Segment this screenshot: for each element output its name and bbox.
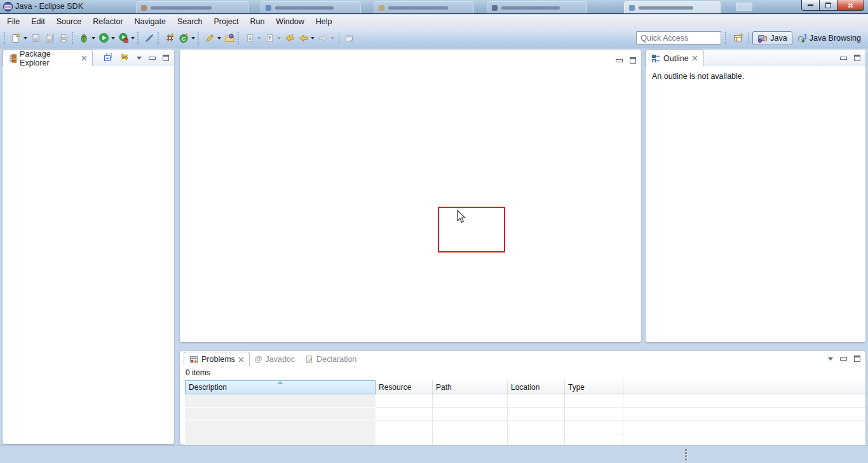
tab-javadoc-label: Javadoc	[266, 355, 295, 364]
class-letter: C	[181, 36, 186, 42]
column-header-resource[interactable]: Resource	[376, 380, 433, 394]
tab-declaration[interactable]: Declaration	[300, 352, 362, 366]
problems-table: Description Resource Path Location Type	[185, 380, 865, 448]
package-explorer-content[interactable]	[3, 66, 174, 444]
toolbar-drag-handle[interactable]	[4, 32, 6, 45]
menu-item-window[interactable]: Window	[270, 16, 309, 27]
minimize-editor-button[interactable]	[616, 59, 623, 62]
restore-icon	[825, 3, 831, 8]
package-explorer-tab[interactable]: Package Explorer	[3, 50, 93, 66]
maximize-view-button[interactable]	[854, 55, 860, 61]
close-view-icon[interactable]	[81, 55, 87, 61]
previous-annotation-button[interactable]	[262, 31, 276, 46]
new-class-dropdown[interactable]	[191, 37, 195, 39]
maximize-editor-button[interactable]	[630, 57, 636, 64]
column-header-location[interactable]: Location	[508, 380, 565, 394]
toolbar-drag-handle[interactable]	[238, 32, 240, 45]
close-view-icon[interactable]	[238, 357, 244, 363]
link-with-editor-button[interactable]	[119, 52, 130, 64]
menu-item-run[interactable]: Run	[244, 16, 270, 27]
tab-problems[interactable]: Problems	[184, 352, 250, 366]
previous-annotation-dropdown[interactable]	[277, 37, 281, 39]
run-button[interactable]	[97, 31, 111, 46]
java-browsing-perspective-icon: J	[797, 33, 807, 43]
back-dropdown[interactable]	[311, 37, 315, 39]
editor-area[interactable]	[180, 50, 641, 342]
save-all-button[interactable]	[43, 31, 57, 46]
debug-dropdown[interactable]	[92, 37, 95, 39]
new-wizard-button[interactable]	[9, 31, 23, 46]
menu-item-refactor[interactable]: Refactor	[87, 16, 128, 27]
next-annotation-dropdown[interactable]	[257, 37, 261, 39]
run-external-tools-button[interactable]	[116, 31, 130, 46]
maximize-view-button[interactable]	[163, 55, 169, 61]
new-wizard-dropdown[interactable]	[24, 37, 27, 39]
open-task-button[interactable]	[203, 31, 217, 46]
perspective-java-label: Java	[770, 34, 787, 43]
minimize-view-button[interactable]	[840, 357, 847, 361]
new-class-button[interactable]: C	[177, 31, 191, 46]
column-header-path[interactable]: Path	[433, 380, 508, 394]
menu-item-navigate[interactable]: Navigate	[129, 16, 172, 27]
menu-item-edit[interactable]: Edit	[25, 16, 51, 27]
new-java-project-button[interactable]	[163, 31, 177, 46]
tab-javadoc[interactable]: @ Javadoc	[250, 352, 300, 366]
column-header-description[interactable]: Description	[185, 380, 376, 394]
collapse-all-button[interactable]	[103, 52, 112, 64]
toolbar-drag-handle[interactable]	[725, 32, 728, 45]
close-view-icon[interactable]	[692, 55, 698, 61]
menu-item-file[interactable]: File	[1, 16, 25, 27]
browser-tab-ghost	[261, 1, 361, 13]
menu-item-source[interactable]: Source	[51, 16, 88, 27]
run-icon	[98, 32, 109, 43]
menu-item-help[interactable]: Help	[310, 16, 338, 27]
open-task-dropdown[interactable]	[217, 37, 221, 39]
view-menu-button[interactable]	[828, 357, 833, 361]
toolbar-separator	[749, 32, 749, 45]
toolbar-separator	[339, 32, 339, 45]
forward-dropdown[interactable]	[330, 37, 334, 39]
perspective-java-button[interactable]: J Java	[752, 31, 792, 45]
save-button[interactable]	[29, 31, 43, 46]
problems-tab-strip: Problems @ Javadoc Declaration	[180, 351, 865, 366]
minimize-button[interactable]	[801, 0, 820, 11]
mark-occurrences-toggle[interactable]	[142, 31, 156, 46]
java-letter: J	[764, 34, 768, 42]
back-button[interactable]	[296, 31, 310, 46]
minimize-view-button[interactable]	[840, 57, 847, 60]
open-type-button[interactable]	[222, 31, 236, 46]
debug-icon	[79, 33, 89, 43]
maximize-view-button[interactable]	[854, 356, 860, 362]
titlebar[interactable]: Java - Eclipse SDK	[0, 0, 868, 14]
run-external-tools-dropdown[interactable]	[131, 37, 135, 39]
close-button[interactable]	[837, 0, 864, 11]
forward-button[interactable]	[316, 31, 330, 46]
restore-button[interactable]	[820, 0, 837, 11]
outline-tab[interactable]: Outline	[646, 50, 704, 66]
menu-item-project[interactable]: Project	[208, 16, 245, 27]
view-menu-button[interactable]	[137, 57, 142, 60]
minimize-view-button[interactable]	[149, 57, 156, 60]
toolbar-drag-handle[interactable]	[137, 32, 140, 45]
perspective-java-browsing-button[interactable]: J Java Browsing	[792, 32, 865, 45]
print-icon	[58, 33, 69, 43]
package-explorer-panel: Package Explorer	[3, 50, 174, 444]
toolbar-drag-handle[interactable]	[72, 32, 74, 45]
quick-access-input[interactable]	[636, 31, 721, 45]
toolbar-drag-handle[interactable]	[158, 32, 160, 45]
open-perspective-button[interactable]	[731, 31, 745, 46]
sort-ascending-icon	[277, 381, 283, 384]
print-button[interactable]	[57, 31, 71, 46]
next-annotation-button[interactable]	[243, 31, 257, 46]
toolbar-drag-handle[interactable]	[198, 32, 200, 45]
debug-button[interactable]	[77, 31, 91, 46]
run-dropdown[interactable]	[111, 37, 115, 39]
status-drag-handle[interactable]	[685, 449, 687, 460]
browser-new-tab-ghost	[736, 3, 752, 11]
outline-message: An outline is not available.	[646, 66, 865, 86]
menu-item-search[interactable]: Search	[172, 16, 208, 27]
next-annotation-icon	[245, 33, 255, 43]
last-edit-location-button[interactable]	[282, 31, 296, 46]
pin-editor-button[interactable]	[342, 31, 356, 46]
column-header-type[interactable]: Type	[565, 380, 623, 394]
